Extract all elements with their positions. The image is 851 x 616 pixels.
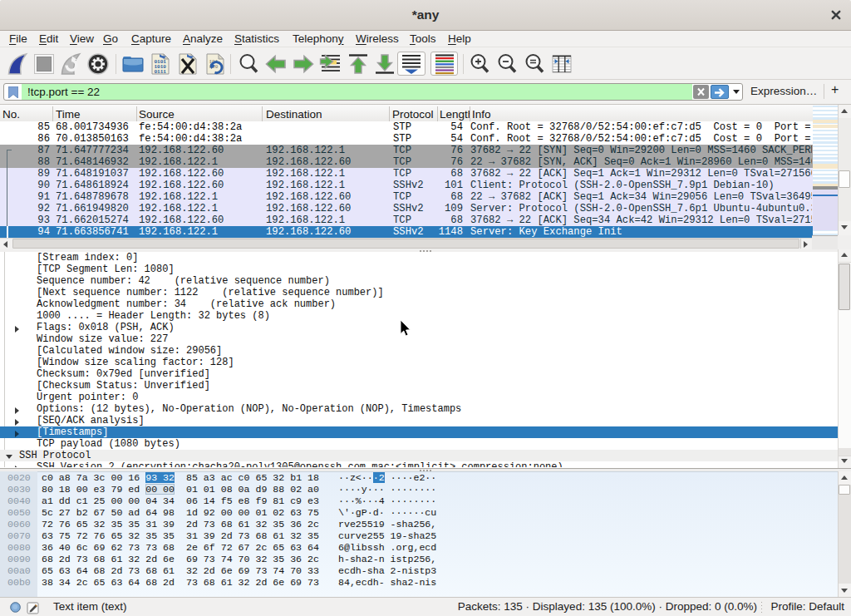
svg-text:0111: 0111	[155, 69, 167, 75]
